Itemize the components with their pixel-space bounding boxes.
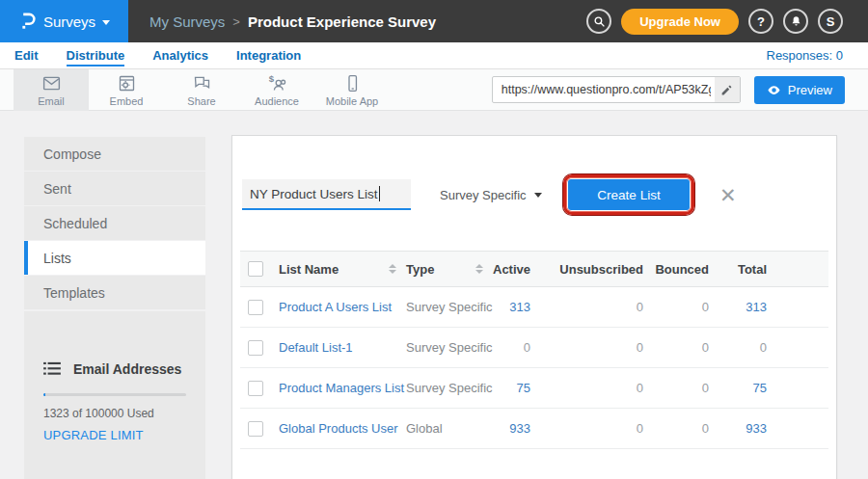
toolbar-item-mobile-app[interactable]: Mobile App (314, 69, 390, 111)
survey-tab-bar: Edit Distribute Analytics Integration Re… (0, 42, 868, 69)
create-list-form: NY Product Users List Survey Specific Cr… (242, 174, 836, 215)
question-mark-icon: ? (757, 14, 765, 29)
list-name-link[interactable]: Product Managers List (279, 381, 406, 395)
create-list-button[interactable]: Create List (568, 179, 690, 210)
account-avatar[interactable]: S (818, 9, 843, 34)
help-button[interactable]: ? (748, 9, 773, 34)
active-count: 0 (493, 340, 536, 355)
email-usage-text: 1323 of 100000 Used (43, 407, 186, 420)
survey-url-input[interactable] (493, 83, 715, 96)
bell-icon (790, 15, 802, 28)
sidebar-item-sent[interactable]: Sent (24, 172, 205, 205)
bounced-count: 0 (649, 340, 715, 355)
edit-url-button[interactable] (715, 77, 740, 102)
unsubscribed-count: 0 (536, 381, 649, 395)
sidebar-item-compose[interactable]: Compose (24, 137, 205, 171)
topbar-actions: Upgrade Now ? S (586, 0, 868, 42)
toolbar-item-email[interactable]: Email (14, 69, 89, 111)
email-addresses-section: Email Addresses 1323 of 100000 Used UPGR… (24, 311, 205, 479)
page-title: Product Experience Survey (248, 13, 436, 30)
row-checkbox[interactable] (248, 300, 263, 315)
upgrade-now-button[interactable]: Upgrade Now (621, 9, 739, 35)
search-button[interactable] (586, 9, 611, 34)
header-list-name[interactable]: List Name (279, 262, 406, 277)
header-bounced: Bounced (649, 262, 715, 277)
list-name-input[interactable]: NY Product Users List (242, 179, 411, 210)
unsubscribed-count: 0 (536, 421, 649, 436)
total-count[interactable]: 313 (715, 300, 773, 314)
bounced-count: 0 (649, 300, 715, 314)
list-type: Survey Specific (406, 340, 493, 355)
breadcrumb: My Surveys > Product Experience Survey (128, 0, 586, 42)
survey-url-field (492, 76, 741, 103)
notifications-button[interactable] (783, 9, 808, 34)
list-icon (43, 361, 61, 377)
tab-edit[interactable]: Edit (14, 45, 39, 67)
header-type[interactable]: Type (406, 262, 493, 277)
list-type-value: Survey Specific (440, 188, 527, 202)
row-checkbox[interactable] (248, 421, 263, 437)
email-usage-bar (43, 393, 186, 396)
unsubscribed-count: 0 (536, 340, 649, 355)
bounced-count: 0 (649, 381, 715, 395)
table-row: Default List-1 Survey Specific 0 0 0 0 (240, 328, 828, 368)
bounced-count: 0 (649, 421, 715, 436)
list-name-link[interactable]: Global Products User (279, 421, 406, 436)
top-bar: Surveys My Surveys > Product Experience … (0, 0, 868, 42)
content-area: Compose Sent Scheduled Lists Templates E… (0, 111, 868, 479)
table-row: Product A Users List Survey Specific 313… (240, 287, 828, 328)
row-checkbox[interactable] (248, 340, 263, 356)
preview-label: Preview (788, 83, 832, 97)
list-name-link[interactable]: Default List-1 (279, 340, 406, 355)
sidebar-item-lists[interactable]: Lists (24, 241, 205, 275)
embed-icon (117, 73, 137, 93)
email-usage-fill (43, 393, 45, 396)
header-unsubscribed: Unsubscribed (536, 262, 649, 277)
select-all-checkbox[interactable] (248, 261, 263, 277)
breadcrumb-my-surveys[interactable]: My Surveys (149, 13, 225, 30)
toolbar-item-label: Email (38, 95, 65, 107)
list-type-select[interactable]: Survey Specific (440, 188, 542, 202)
annotation-highlight: Create List (563, 174, 694, 215)
table-row: Product Managers List Survey Specific 75… (240, 368, 828, 409)
row-checkbox[interactable] (248, 381, 263, 396)
product-name: Surveys (43, 13, 95, 30)
unsubscribed-count: 0 (536, 300, 649, 314)
sidebar-item-scheduled[interactable]: Scheduled (24, 206, 205, 240)
breadcrumb-separator: > (232, 14, 240, 29)
text-cursor (379, 186, 380, 201)
product-switcher[interactable]: Surveys (0, 0, 128, 42)
active-count[interactable]: 75 (493, 381, 536, 395)
list-type: Global (406, 421, 493, 436)
svg-text:$: $ (268, 73, 274, 84)
tab-integration[interactable]: Integration (236, 45, 301, 67)
email-sidebar: Compose Sent Scheduled Lists Templates E… (24, 137, 205, 479)
active-count[interactable]: 933 (493, 421, 536, 436)
toolbar-item-label: Mobile App (326, 95, 378, 107)
active-count[interactable]: 313 (493, 300, 536, 314)
list-name-link[interactable]: Product A Users List (279, 300, 406, 314)
upgrade-limit-link[interactable]: UPGRADE LIMIT (43, 428, 186, 442)
header-total: Total (715, 262, 773, 277)
email-icon (41, 73, 62, 93)
list-type: Survey Specific (406, 300, 493, 314)
share-icon (192, 73, 212, 93)
sort-icon[interactable] (475, 264, 483, 274)
sort-icon[interactable] (389, 264, 396, 274)
tab-distribute[interactable]: Distribute (67, 45, 125, 67)
tab-analytics[interactable]: Analytics (152, 45, 208, 67)
lists-panel: NY Product Users List Survey Specific Cr… (231, 135, 837, 479)
toolbar-item-audience[interactable]: $ Audience (239, 69, 314, 111)
toolbar-item-embed[interactable]: Embed (89, 69, 164, 111)
audience-icon: $ (267, 73, 287, 93)
eye-icon (767, 83, 781, 97)
total-count[interactable]: 933 (715, 421, 773, 436)
toolbar-right: Preview (492, 76, 868, 104)
responses-count[interactable]: Responses: 0 (767, 48, 844, 63)
toolbar-item-share[interactable]: Share (164, 69, 239, 111)
close-icon[interactable]: ✕ (719, 185, 737, 205)
lists-table: List Name Type Active Unsubscribed Bounc… (240, 251, 828, 449)
preview-button[interactable]: Preview (754, 76, 845, 104)
sidebar-item-templates[interactable]: Templates (24, 276, 205, 309)
total-count[interactable]: 75 (715, 381, 773, 395)
